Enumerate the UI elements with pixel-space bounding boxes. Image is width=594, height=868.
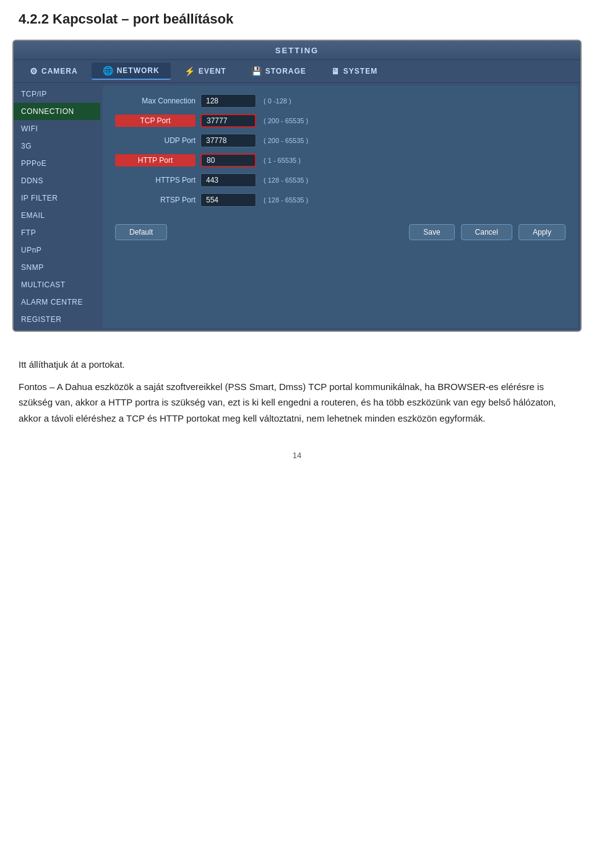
setting-row-tcp-port: TCP Port ( 200 - 65535 ) xyxy=(115,114,566,128)
sidebar: TCP/IP CONNECTION WIFI 3G PPPoE DDNS IP … xyxy=(14,83,100,331)
save-button[interactable]: Save xyxy=(409,224,454,240)
nav-network-label: NETWORK xyxy=(117,66,160,75)
sidebar-item-wifi[interactable]: WIFI xyxy=(14,120,100,137)
nav-event-label: EVENT xyxy=(199,67,226,76)
udp-port-input[interactable] xyxy=(200,134,256,147)
sidebar-item-3g[interactable]: 3G xyxy=(14,137,100,155)
rtsp-port-range: ( 128 - 65535 ) xyxy=(264,196,308,204)
https-port-range: ( 128 - 65535 ) xyxy=(264,176,308,184)
sidebar-item-connection[interactable]: CONNECTION xyxy=(14,103,100,120)
tcp-port-input[interactable] xyxy=(200,114,256,128)
nav-storage[interactable]: 💾 STORAGE xyxy=(240,63,317,80)
paragraph-2: Fontos – A Dahua eszközök a saját szoftv… xyxy=(19,379,575,427)
apply-button[interactable]: Apply xyxy=(519,224,566,240)
network-icon: 🌐 xyxy=(103,66,114,76)
nav-system-label: SYSTEM xyxy=(343,67,377,76)
sidebar-item-snmp[interactable]: SNMP xyxy=(14,259,100,276)
tcp-port-label: TCP Port xyxy=(115,115,196,127)
https-port-label: HTTPS Port xyxy=(115,176,196,184)
setting-row-https-port: HTTPS Port ( 128 - 65535 ) xyxy=(115,173,566,187)
sidebar-item-ftp[interactable]: FTP xyxy=(14,224,100,241)
tcp-port-range: ( 200 - 65535 ) xyxy=(264,117,308,124)
top-nav: ⚙ CAMERA 🌐 NETWORK ⚡ EVENT 💾 STORAGE 🖥 S… xyxy=(14,60,580,83)
nav-camera-label: CAMERA xyxy=(41,67,78,76)
http-port-input[interactable] xyxy=(200,154,256,167)
panel-buttons: Default Save Cancel Apply xyxy=(115,219,566,243)
udp-port-range: ( 200 - 65535 ) xyxy=(264,137,308,144)
page-number: 14 xyxy=(0,445,594,472)
sidebar-item-register[interactable]: REGISTER xyxy=(14,311,100,328)
default-button[interactable]: Default xyxy=(115,224,167,240)
setting-row-rtsp-port: RTSP Port ( 128 - 65535 ) xyxy=(115,193,566,207)
settings-panel: Max Connection ( 0 -128 ) TCP Port ( 200… xyxy=(103,85,578,328)
sidebar-item-email[interactable]: EMAIL xyxy=(14,207,100,224)
https-port-input[interactable] xyxy=(200,173,256,187)
http-port-label: HTTP Port xyxy=(115,154,196,167)
title-bar: SETTING xyxy=(14,41,580,60)
sidebar-item-multicast[interactable]: MULTICAST xyxy=(14,276,100,293)
sidebar-item-alarmcentre[interactable]: ALARM CENTRE xyxy=(14,293,100,311)
main-content: TCP/IP CONNECTION WIFI 3G PPPoE DDNS IP … xyxy=(14,83,580,331)
sidebar-item-pppoe[interactable]: PPPoE xyxy=(14,155,100,172)
setting-row-udp-port: UDP Port ( 200 - 65535 ) xyxy=(115,134,566,147)
dialog-title: SETTING xyxy=(275,46,319,55)
sidebar-item-tcpip[interactable]: TCP/IP xyxy=(14,85,100,103)
nav-event[interactable]: ⚡ EVENT xyxy=(173,63,238,80)
max-connection-label: Max Connection xyxy=(115,97,196,105)
rtsp-port-input[interactable] xyxy=(200,193,256,207)
storage-icon: 💾 xyxy=(251,66,262,76)
sidebar-item-ddns[interactable]: DDNS xyxy=(14,172,100,189)
max-connection-input[interactable] xyxy=(200,94,256,108)
nav-system[interactable]: 🖥 SYSTEM xyxy=(320,63,389,80)
udp-port-label: UDP Port xyxy=(115,136,196,145)
sidebar-item-upnp[interactable]: UPnP xyxy=(14,241,100,259)
sidebar-item-ipfilter[interactable]: IP FILTER xyxy=(14,189,100,207)
max-connection-range: ( 0 -128 ) xyxy=(264,97,291,105)
camera-icon: ⚙ xyxy=(30,66,38,76)
setting-row-max-connection: Max Connection ( 0 -128 ) xyxy=(115,94,566,108)
nav-camera[interactable]: ⚙ CAMERA xyxy=(19,63,89,80)
http-port-range: ( 1 - 65535 ) xyxy=(264,157,301,164)
system-icon: 🖥 xyxy=(331,66,340,76)
cancel-button[interactable]: Cancel xyxy=(461,224,512,240)
body-text: Itt állíthatjuk át a portokat. Fontos – … xyxy=(0,344,594,445)
nav-network[interactable]: 🌐 NETWORK xyxy=(92,63,171,80)
paragraph-1: Itt állíthatjuk át a portokat. xyxy=(19,357,575,373)
page-heading: 4.2.2 Kapcsolat – port beállítások xyxy=(0,0,594,33)
screenshot-container: SETTING ⚙ CAMERA 🌐 NETWORK ⚡ EVENT 💾 STO… xyxy=(12,40,582,332)
event-icon: ⚡ xyxy=(184,66,196,76)
nav-storage-label: STORAGE xyxy=(265,67,306,76)
rtsp-port-label: RTSP Port xyxy=(115,196,196,204)
setting-row-http-port: HTTP Port ( 1 - 65535 ) xyxy=(115,154,566,167)
